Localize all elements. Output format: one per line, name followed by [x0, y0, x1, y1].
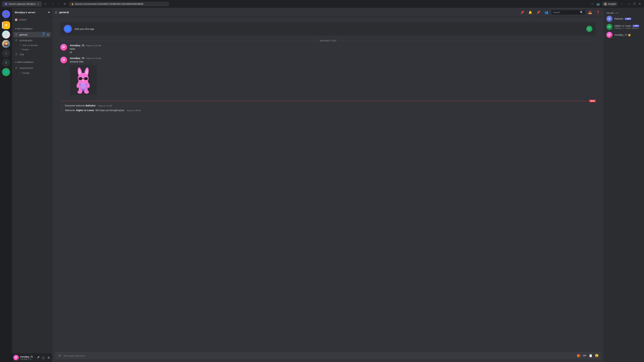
message-author-1[interactable]: moodjoy_71 — [70, 44, 84, 47]
gif-button[interactable]: GIF — [582, 353, 587, 358]
server-icon-moodjoy[interactable]: M — [2, 21, 10, 29]
bot-message-text-1: Everyone welcome Ballsdex! Today at 1:47… — [65, 104, 112, 107]
server-header[interactable]: Moodjoy's server ▾ — [12, 8, 52, 17]
channel-list: ▾ TEXT CHANNELS + # general 👤+ ⚙ # photo… — [12, 23, 52, 353]
cast-icon[interactable]: 📺 — [596, 2, 600, 6]
bot-arrow-2: → — [60, 109, 63, 112]
app-banner-check: ✓ — [586, 26, 592, 32]
thread-branch-icon-2: └ — [20, 48, 21, 51]
search-bar[interactable]: Search 🔍 — [552, 10, 585, 14]
incognito-icon: 🕵 — [604, 2, 607, 6]
voice-thread-branch: └ — [20, 71, 21, 74]
messages-area[interactable]: 🌐 Add your first app ✓ December 8, 2023 … — [52, 17, 604, 351]
tab-close-icon[interactable]: ✕ — [37, 3, 39, 5]
message-avatar-1: M — [60, 44, 67, 51]
discord-app: 🎮 M 🏔 🌄 + ⬇ 🌐 Moodjoy's server ▾ 📅 1 Eve… — [0, 8, 644, 362]
svg-point-18 — [84, 90, 89, 94]
event-icon: 📅 — [15, 18, 18, 21]
thread-item-1[interactable]: └ This is a thread! — [14, 43, 51, 47]
svg-point-12 — [82, 80, 84, 81]
voice-thread-sample[interactable]: └ Sample — [14, 71, 51, 75]
mute-button[interactable]: 🎤 — [36, 355, 40, 360]
online-members-label: ONLINE — 3 — [605, 11, 643, 15]
gift-icon-button[interactable]: 🎁 — [576, 353, 581, 358]
svg-point-11 — [84, 77, 86, 78]
user-controls: 🎤 🎧 ⚙ — [36, 355, 51, 360]
thread-item-2[interactable]: └ Photos — [14, 47, 51, 51]
server-icon-3[interactable]: 🌄 — [2, 40, 10, 48]
bell-icon-button[interactable]: 🔔 — [527, 9, 533, 15]
thread-branch-icon: └ — [20, 44, 21, 46]
new-tab-button[interactable]: + — [43, 2, 48, 6]
bunny-gif — [70, 65, 96, 95]
text-channels-header[interactable]: ▾ TEXT CHANNELS + — [14, 27, 51, 31]
channel-hash-icon: # — [16, 33, 18, 36]
member-info-ballsdex: Ballsdex ✓ BOT — [614, 17, 641, 20]
back-button[interactable]: ‹ — [50, 2, 55, 6]
channel-header-hash: # — [55, 10, 57, 15]
download-app-button[interactable]: ⬇ — [2, 59, 10, 67]
events-item[interactable]: 📅 1 Event — [12, 17, 52, 23]
member-item-higher-lower[interactable]: H Higher or Lower ✓ BOT Playing n. n. n … — [605, 23, 643, 31]
collapse-icon: ▾ — [15, 28, 16, 30]
input-right-icons: 🎁 GIF 📋 😀 — [576, 353, 599, 358]
user-settings-button[interactable]: ⚙ — [46, 355, 51, 360]
follow-icon-button[interactable]: 📌 — [535, 9, 541, 15]
event-label: 1 Event — [19, 18, 26, 21]
members-icon-button[interactable]: 👥 — [544, 9, 550, 15]
text-channels-category: ▾ TEXT CHANNELS + — [12, 24, 52, 32]
pin-icon-button[interactable]: 📌 — [519, 9, 525, 15]
search-icon: 🔍 — [580, 11, 583, 14]
attach-button[interactable]: + — [57, 353, 62, 358]
discover-icon[interactable]: 🌐 — [2, 68, 10, 76]
channel-item-general[interactable]: # general 👤+ ⚙ — [14, 32, 51, 37]
member-item-moodjoy[interactable]: M moodjoy_71 👑 — [605, 31, 643, 39]
online-indicator — [17, 359, 19, 360]
add-server-button[interactable]: + — [2, 49, 10, 57]
bot-arrow-1: → — [60, 105, 63, 108]
emoji-icon-button[interactable]: 😀 — [594, 353, 599, 358]
member-info-higher-lower: Higher or Lower ✓ BOT Playing n. n. n /j… — [614, 24, 641, 29]
user-avatar[interactable]: M — [14, 355, 19, 360]
message-input[interactable] — [64, 354, 575, 357]
browser-nav: ‹ › ↻ — [50, 2, 67, 6]
help-icon-button[interactable]: ❓ — [595, 9, 601, 15]
channel-hash-icon: # — [16, 38, 18, 42]
channel-hash-icon: # — [16, 53, 18, 56]
channel-header: # general 📌 🔔 📌 👥 Search 🔍 📥 ❓ — [52, 8, 604, 17]
member-name-row-moodjoy: moodjoy_71 👑 — [614, 33, 641, 36]
voice-channel-here[interactable]: # channel-here — [14, 65, 51, 71]
settings-icon[interactable]: ⚙ — [46, 33, 50, 36]
bot-message-text-2: Welcome, Higher or Lower. We hope you br… — [65, 109, 141, 112]
svg-point-10 — [79, 77, 80, 78]
minimize-button[interactable]: — — [626, 2, 631, 6]
channel-item-photography[interactable]: # photography — [14, 37, 51, 43]
close-button[interactable]: ✕ — [637, 2, 642, 6]
browser-tab[interactable]: 🎮 Discord | #general | Moodjoy's ✕ — [2, 1, 42, 7]
channel-item-chat[interactable]: # chat — [14, 52, 51, 57]
channel-header-name: general — [59, 11, 69, 14]
incognito-button[interactable]: 🕵 Incognito — [602, 2, 618, 6]
message-text-1b: Hi — [70, 51, 596, 54]
reload-button[interactable]: ↻ — [62, 2, 67, 6]
svg-point-17 — [78, 90, 82, 94]
deafen-button[interactable]: 🎧 — [41, 355, 46, 360]
voice-channels-header[interactable]: ▾ VOICE CHANNELS + — [14, 60, 51, 64]
message-text-2: General chat — [70, 60, 596, 63]
add-member-icon[interactable]: 👤+ — [42, 33, 46, 36]
bot-badge-ballsdex: ✓ BOT — [625, 18, 631, 20]
message-author-2[interactable]: moodjoy_71 — [70, 57, 84, 59]
sticker-icon-button[interactable]: 📋 — [588, 353, 593, 358]
discord-home-icon[interactable]: 🎮 — [2, 10, 10, 18]
thread-label-2: Photos — [22, 48, 29, 51]
forward-button[interactable]: › — [56, 2, 61, 6]
message-header-1: moodjoy_71 Today at 12:01 AM — [70, 44, 596, 47]
server-icon-2[interactable]: 🏔 — [2, 30, 10, 38]
member-item-ballsdex[interactable]: B Ballsdex ✓ BOT — [605, 15, 643, 23]
star-icon[interactable]: ☆ — [590, 2, 594, 6]
incognito-label: Incognito — [608, 3, 616, 5]
restore-button[interactable]: ❐ — [632, 2, 636, 6]
inbox-icon-button[interactable]: 📥 — [587, 9, 593, 15]
address-bar[interactable]: 🔒 discord.com/channels/11823468517819843… — [68, 2, 169, 6]
menu-icon[interactable]: ⋮ — [619, 2, 624, 6]
